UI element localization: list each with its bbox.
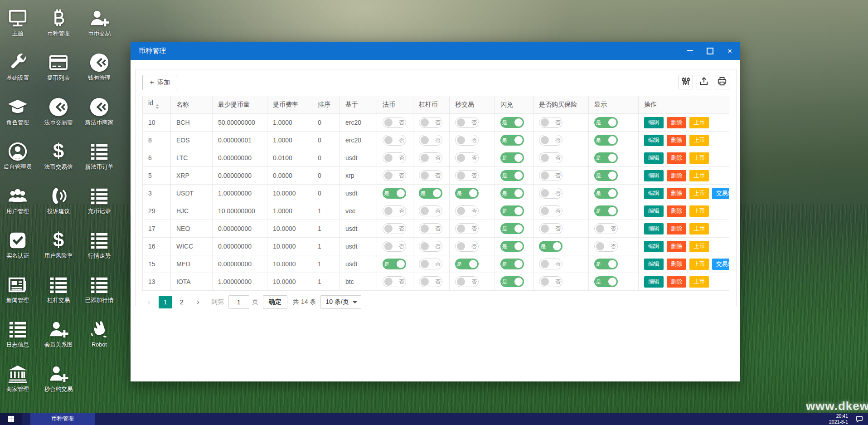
prev-page-button[interactable]: ‹	[142, 296, 156, 308]
toggle-switch[interactable]: 是	[594, 152, 618, 163]
edit-button[interactable]: 编辑	[644, 241, 664, 252]
sort-icon[interactable]	[155, 103, 159, 111]
desktop-icon[interactable]: 币币交易	[79, 4, 120, 48]
desktop-icon[interactable]: 充币记录	[79, 181, 120, 226]
desktop-icon[interactable]: 实名认证	[0, 226, 38, 270]
toggle-switch[interactable]: 否	[539, 259, 563, 269]
toggle-switch[interactable]: 是	[500, 117, 524, 128]
desktop-icon[interactable]: 会员关系图	[38, 315, 79, 359]
toggle-switch[interactable]: 否	[455, 135, 479, 146]
toggle-switch[interactable]: 否	[383, 152, 406, 163]
toggle-switch[interactable]: 是	[500, 170, 524, 181]
columns-toolbutton[interactable]	[679, 75, 693, 89]
toggle-switch[interactable]: 否	[455, 170, 479, 181]
desktop-icon[interactable]: 日志信息	[0, 315, 38, 359]
edit-button[interactable]: 编辑	[644, 259, 664, 270]
toggle-switch[interactable]: 是	[594, 135, 618, 146]
toggle-switch[interactable]: 否	[419, 241, 442, 252]
delete-button[interactable]: 删除	[667, 135, 686, 146]
toggle-switch[interactable]: 是	[383, 188, 406, 199]
toggle-switch[interactable]: 否	[539, 276, 563, 287]
toggle-switch[interactable]: 是	[455, 259, 479, 269]
delete-button[interactable]: 删除	[667, 241, 686, 252]
toggle-switch[interactable]: 否	[455, 205, 479, 216]
toggle-switch[interactable]: 否	[539, 117, 563, 128]
edit-button[interactable]: 编辑	[644, 223, 664, 234]
delete-button[interactable]: 删除	[667, 276, 686, 288]
maximize-button[interactable]	[700, 42, 720, 60]
toggle-switch[interactable]: 否	[383, 205, 406, 216]
edit-button[interactable]: 编辑	[644, 135, 664, 146]
toggle-switch[interactable]: 否	[419, 170, 442, 181]
start-button[interactable]	[0, 413, 22, 425]
list-coin-button[interactable]: 上币	[689, 205, 709, 217]
toggle-switch[interactable]: 否	[594, 241, 618, 252]
toggle-switch[interactable]: 否	[419, 276, 442, 287]
toggle-switch[interactable]: 是	[500, 223, 524, 234]
export-toolbutton[interactable]	[697, 75, 711, 89]
desktop-icon[interactable]: 角色管理	[0, 93, 38, 137]
next-page-button[interactable]: ›	[191, 296, 205, 308]
page-number-button[interactable]: 2	[175, 296, 189, 308]
toggle-switch[interactable]: 是	[500, 259, 524, 269]
desktop-icon[interactable]: 投诉建议	[38, 181, 79, 226]
taskbar-task-item[interactable]: 币种管理	[30, 413, 95, 425]
list-coin-button[interactable]: 上币	[689, 117, 709, 128]
toggle-switch[interactable]: 否	[419, 205, 442, 216]
list-coin-button[interactable]: 上币	[689, 152, 709, 164]
notification-chat-button[interactable]	[855, 415, 863, 423]
edit-button[interactable]: 编辑	[644, 170, 664, 181]
edit-button[interactable]: 编辑	[644, 188, 664, 199]
toggle-switch[interactable]: 否	[419, 259, 442, 269]
delete-button[interactable]: 删除	[667, 117, 686, 128]
toggle-switch[interactable]: 是	[500, 241, 524, 252]
desktop-icon[interactable]: 秒合约交易	[38, 359, 79, 404]
desktop-icon[interactable]: 新闻管理	[0, 270, 38, 315]
list-coin-button[interactable]: 上币	[689, 223, 709, 234]
page-size-select[interactable]: 10 条/页	[320, 295, 361, 309]
toggle-switch[interactable]: 否	[455, 152, 479, 163]
list-coin-button[interactable]: 上币	[689, 135, 709, 146]
toggle-switch[interactable]: 否	[539, 223, 563, 234]
delete-button[interactable]: 删除	[667, 259, 686, 270]
delete-button[interactable]: 删除	[667, 188, 686, 199]
toggle-switch[interactable]: 是	[539, 241, 563, 252]
toggle-switch[interactable]: 否	[539, 170, 563, 181]
list-coin-button[interactable]: 上币	[689, 170, 709, 181]
delete-button[interactable]: 删除	[667, 223, 686, 234]
goto-page-input[interactable]	[228, 295, 249, 309]
edit-button[interactable]: 编辑	[644, 152, 664, 164]
toggle-switch[interactable]: 是	[455, 188, 479, 199]
toggle-switch[interactable]: 是	[594, 259, 618, 269]
toggle-switch[interactable]: 是	[594, 188, 618, 199]
toggle-switch[interactable]: 是	[500, 205, 524, 216]
toggle-switch[interactable]: 是	[594, 205, 618, 216]
toggle-switch[interactable]: 是	[500, 276, 524, 287]
desktop-icon[interactable]: 已添加行情	[79, 270, 120, 315]
toggle-switch[interactable]: 否	[455, 223, 479, 234]
desktop-icon[interactable]: $法币交易信	[38, 137, 79, 181]
desktop-icon[interactable]: 后台管理员	[0, 137, 38, 181]
trade-pair-button[interactable]: 交易对	[712, 188, 729, 199]
edit-button[interactable]: 编辑	[644, 117, 664, 128]
toggle-switch[interactable]: 否	[383, 276, 406, 287]
desktop-icon[interactable]: Robot	[79, 315, 120, 359]
desktop-icon[interactable]: 钱包管理	[79, 48, 120, 93]
toggle-switch[interactable]: 否	[419, 135, 442, 146]
delete-button[interactable]: 删除	[667, 205, 686, 217]
delete-button[interactable]: 删除	[667, 152, 686, 164]
list-coin-button[interactable]: 上币	[689, 276, 709, 288]
toggle-switch[interactable]: 否	[455, 241, 479, 252]
desktop-icon[interactable]: 主题	[0, 4, 38, 48]
desktop-icon[interactable]: 用户管理	[0, 181, 38, 226]
list-coin-button[interactable]: 上币	[689, 188, 709, 199]
edit-button[interactable]: 编辑	[644, 276, 664, 288]
toggle-switch[interactable]: 否	[419, 223, 442, 234]
desktop-icon[interactable]: 新法币订单	[79, 137, 120, 181]
window-titlebar[interactable]: 币种管理 ×	[131, 42, 740, 60]
edit-button[interactable]: 编辑	[644, 205, 664, 217]
desktop-icon[interactable]: 行情走势	[79, 226, 120, 270]
desktop-icon[interactable]: 基础设置	[0, 48, 38, 93]
desktop-icon[interactable]: $用户风险率	[38, 226, 79, 270]
trade-pair-button[interactable]: 交易对	[712, 259, 729, 270]
